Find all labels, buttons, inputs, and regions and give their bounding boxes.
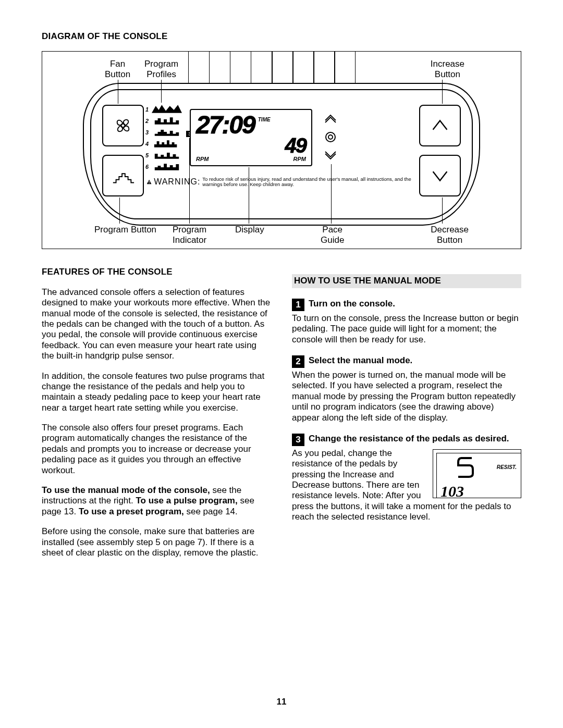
label-fan-button: FanButton xyxy=(105,59,130,79)
left-column: FEATURES OF THE CONSOLE The advanced con… xyxy=(42,267,271,567)
profile-icon xyxy=(152,104,182,113)
features-refs: To use the manual mode of the console, s… xyxy=(42,485,271,517)
warning-icon xyxy=(146,178,152,186)
lcd-rpm-right: RPM xyxy=(293,156,306,163)
resist-figure: RESIST. 103 xyxy=(433,449,521,498)
step-num-3: 3 xyxy=(292,434,304,446)
ref-pulse-program: To use a pulse program, xyxy=(136,496,237,505)
profile-icon xyxy=(152,115,182,125)
warning-text: To reduce risk of serious injury, read a… xyxy=(202,177,422,187)
svg-text:103: 103 xyxy=(440,483,464,498)
profile-icon xyxy=(152,138,182,147)
profile-num: 4 xyxy=(145,141,151,147)
heading-features: FEATURES OF THE CONSOLE xyxy=(42,267,271,277)
step-body-2: When the power is turned on, the manual … xyxy=(292,370,521,423)
label-program-button: Program Button xyxy=(94,225,156,235)
heading-how-to: HOW TO USE THE MANUAL MODE xyxy=(292,274,521,288)
lcd-display: 27:09 TIME 49 RPM RPM xyxy=(190,109,312,166)
profile-icon xyxy=(152,150,182,159)
ref-manual-mode: To use the manual mode of the console, xyxy=(42,485,210,495)
ref-preset-program: To use a preset program, xyxy=(79,507,184,516)
resist-value-icon: 103 xyxy=(440,482,487,498)
label-program-profiles: ProgramProfiles xyxy=(144,59,178,79)
label-decrease-button: DecreaseButton xyxy=(431,225,469,245)
step-title-3: Change the resistance of the pedals as d… xyxy=(309,434,509,444)
svg-point-1 xyxy=(326,132,335,142)
steps-icon xyxy=(111,164,135,188)
features-p1: The advanced console offers a selection … xyxy=(42,287,271,362)
step-num-1: 1 xyxy=(292,299,304,311)
label-program-indicator: ProgramIndicator xyxy=(173,225,206,245)
svg-rect-4 xyxy=(149,183,150,183)
warning-strip: WARNING: To reduce risk of serious injur… xyxy=(146,177,422,187)
features-p2: In addition, the console features two pu… xyxy=(42,371,271,414)
label-display: Display xyxy=(235,225,264,235)
label-pace-guide: PaceGuide xyxy=(321,225,344,245)
profile-num: 6 xyxy=(145,164,151,170)
lcd-rpm-left: RPM xyxy=(196,156,209,163)
fan-icon xyxy=(111,114,135,138)
step-num-2: 2 xyxy=(292,355,304,368)
lcd-time-value: 27:09 xyxy=(196,114,255,136)
heading-diagram: DIAGRAM OF THE CONSOLE xyxy=(42,31,521,42)
profile-num: 5 xyxy=(145,152,151,159)
resist-label: RESIST. xyxy=(497,464,517,471)
vent-lines-icon xyxy=(188,52,375,84)
program-profiles: 1 2 3 4 5 6 xyxy=(145,104,182,172)
step-body-3: RESIST. 103 As you pedal, change the res… xyxy=(292,448,521,523)
lcd-rpm-value: 49 xyxy=(285,136,307,155)
step-body-1: To turn on the console, press the Increa… xyxy=(292,313,521,345)
features-p3: The console also offers four preset prog… xyxy=(42,423,271,476)
page-number: 11 xyxy=(0,697,563,707)
svg-point-2 xyxy=(328,135,333,139)
svg-rect-3 xyxy=(149,181,150,183)
label-increase-button: IncreaseButton xyxy=(431,59,464,79)
lcd-time-tag: TIME xyxy=(258,117,271,123)
pace-guide xyxy=(323,113,338,168)
chevron-up-icon xyxy=(428,114,452,138)
profile-num: 1 xyxy=(145,106,151,113)
step-title-2: Select the manual mode. xyxy=(309,355,412,366)
warning-word: WARNING: xyxy=(154,177,200,187)
fan-button[interactable] xyxy=(102,105,144,146)
resist-digit-icon xyxy=(454,457,477,478)
features-last: Before using the console, make sure that… xyxy=(42,526,271,558)
profile-icon xyxy=(152,161,182,170)
increase-button[interactable] xyxy=(419,105,461,146)
profile-num: 2 xyxy=(145,118,151,125)
profile-icon xyxy=(152,127,182,136)
chevron-down-icon xyxy=(428,164,452,188)
profile-num: 3 xyxy=(145,129,151,136)
step-title-1: Turn on the console. xyxy=(309,299,395,309)
program-button[interactable] xyxy=(102,155,144,196)
decrease-button[interactable] xyxy=(419,155,461,196)
right-column: HOW TO USE THE MANUAL MODE 1 Turn on the… xyxy=(292,267,521,567)
console-diagram: 1 2 3 4 5 6 3 27:09 TIME 49 RPM RPM xyxy=(42,51,521,249)
